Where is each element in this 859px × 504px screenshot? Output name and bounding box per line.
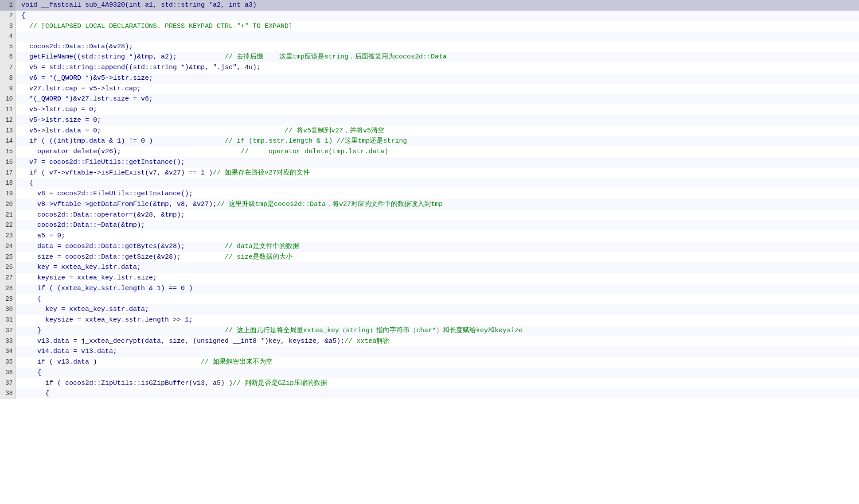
code-token: cocos2d::Data::~Data(&tmp); xyxy=(21,221,145,229)
code-line-29: 29 { xyxy=(0,294,859,305)
line-number: 16 xyxy=(0,157,16,168)
line-number: 3 xyxy=(0,21,16,32)
code-token: v5->lstr.size = 0; xyxy=(21,116,101,124)
line-number: 33 xyxy=(0,336,16,347)
code-token: size = cocos2d::Data::getSize(&v28); xyxy=(21,253,181,261)
code-token: a5 = 0; xyxy=(21,232,65,240)
line-content: v5->lstr.size = 0; xyxy=(16,115,859,126)
code-token: // 将v5复制到v27，并将v5清空 xyxy=(101,127,384,135)
line-number: 36 xyxy=(0,368,16,378)
code-token: v6 = *(_QWORD *)&v5->lstr.size; xyxy=(21,74,153,82)
code-line-9: 9 v27.lstr.cap = v5->lstr.cap; xyxy=(0,84,859,94)
code-token: if ( cocos2d::ZipUtils::isGZipBuffer(v13… xyxy=(21,380,233,387)
line-content: { xyxy=(16,178,859,189)
line-number: 14 xyxy=(0,136,16,147)
line-content: v14.data = v13.data; xyxy=(16,346,859,357)
line-content: v13.data = j_xxtea_decrypt(data, size, (… xyxy=(16,336,859,347)
code-line-11: 11 v5->lstr.cap = 0; xyxy=(0,105,859,115)
line-number: 38 xyxy=(0,388,16,399)
code-line-30: 30 key = xxtea_key.sstr.data; xyxy=(0,304,859,315)
line-number: 22 xyxy=(0,220,16,231)
code-line-10: 10 *(_QWORD *)&v27.lstr.size = v6; xyxy=(0,94,859,105)
line-number: 37 xyxy=(0,378,16,389)
line-content: if ( (xxtea_key.sstr.length & 1) == 0 ) xyxy=(16,283,859,294)
line-content: v5->lstr.data = 0; // 将v5复制到v27，并将v5清空 xyxy=(16,126,859,136)
line-number: 13 xyxy=(0,126,16,136)
line-number: 17 xyxy=(0,168,16,178)
line-content: key = xxtea_key.sstr.data; xyxy=(16,304,859,315)
line-number: 31 xyxy=(0,315,16,326)
line-content: { xyxy=(16,388,859,399)
code-token: v14.data = v13.data; xyxy=(21,348,117,355)
line-content: if ( v13.data ) // 如果解密出来不为空 xyxy=(16,357,859,368)
code-token: { xyxy=(21,369,41,376)
code-line-7: 7 v5 = std::string::append((std::string … xyxy=(0,62,859,73)
code-token: v5 = std::string::append((std::string *)… xyxy=(21,64,261,71)
line-content: a5 = 0; xyxy=(16,231,859,241)
code-line-13: 13 v5->lstr.data = 0; // 将v5复制到v27，并将v5清… xyxy=(0,126,859,136)
code-line-16: 16 v7 = cocos2d::FileUtils::getInstance(… xyxy=(0,157,859,168)
line-number: 21 xyxy=(0,210,16,221)
code-token: // 这里升级tmp是cocos2d::Data，将v27对应的文件中的数据读入… xyxy=(217,201,443,208)
line-number: 7 xyxy=(0,62,16,73)
code-token: cocos2d::Data::Data(&v28); xyxy=(21,43,133,50)
line-number: 10 xyxy=(0,94,16,105)
code-token: // data是文件中的数据 xyxy=(185,243,299,250)
code-token: // 去掉后缀 这里tmp应该是string，后面被复用为cocos2d::Da… xyxy=(177,53,447,61)
code-token: // size是数据的大小 xyxy=(181,253,293,261)
line-number: 23 xyxy=(0,231,16,241)
code-line-15: 15 operator delete(v26); // operator del… xyxy=(0,147,859,157)
code-token: *(_QWORD *)&v27.lstr.size = v6; xyxy=(21,95,153,103)
code-line-27: 27 keysize = xxtea_key.lstr.size; xyxy=(0,273,859,283)
code-line-33: 33 v13.data = j_xxtea_decrypt(data, size… xyxy=(0,336,859,347)
code-line-36: 36 { xyxy=(0,368,859,378)
line-content: v6 = *(_QWORD *)&v5->lstr.size; xyxy=(16,73,859,84)
line-content: // [COLLAPSED LOCAL DECLARATIONS. PRESS … xyxy=(16,21,859,32)
code-token: if ( v13.data ) xyxy=(21,358,97,366)
code-token: void __fastcall sub_4A9320(int a1, std::… xyxy=(21,1,257,9)
code-token: // xxtea解密 xyxy=(344,337,390,345)
code-token: cocos2d::Data::operator=(&v28, &tmp); xyxy=(21,211,185,219)
code-view: 1void __fastcall sub_4A9320(int a1, std:… xyxy=(0,0,859,504)
line-content: v8->vftable->getDataFromFile(&tmp, v8, &… xyxy=(16,199,859,210)
line-number: 29 xyxy=(0,294,16,305)
line-number: 8 xyxy=(0,73,16,84)
code-token: { xyxy=(21,12,25,19)
line-number: 6 xyxy=(0,52,16,62)
code-token: key = xxtea_key.sstr.data; xyxy=(21,306,149,313)
code-token: v7 = cocos2d::FileUtils::getInstance(); xyxy=(21,159,185,166)
code-line-3: 3 // [COLLAPSED LOCAL DECLARATIONS. PRES… xyxy=(0,21,859,32)
line-content: v27.lstr.cap = v5->lstr.cap; xyxy=(16,84,859,94)
line-content: getFileName((std::string *)&tmp, a2); //… xyxy=(16,52,859,62)
line-number: 15 xyxy=(0,147,16,157)
code-token: { xyxy=(21,390,49,397)
code-token: v13.data = j_xxtea_decrypt(data, size, (… xyxy=(21,337,269,345)
code-token: getFileName((std::string *)&tmp, a2); xyxy=(21,53,177,61)
code-token: // operator delete(tmp.lstr.data) xyxy=(121,148,388,155)
line-content: { xyxy=(16,368,859,378)
line-content: v5->lstr.cap = 0; xyxy=(16,105,859,115)
code-line-37: 37 if ( cocos2d::ZipUtils::isGZipBuffer(… xyxy=(0,378,859,389)
code-line-25: 25 size = cocos2d::Data::getSize(&v28); … xyxy=(0,252,859,263)
line-content: v7 = cocos2d::FileUtils::getInstance(); xyxy=(16,157,859,168)
code-token: // 判断是否是GZip压缩的数据 xyxy=(233,380,327,387)
code-token: v5->lstr.data = 0; xyxy=(21,127,101,135)
line-number: 27 xyxy=(0,273,16,283)
line-content: keysize = xxtea_key.lstr.size; xyxy=(16,273,859,283)
code-line-31: 31 keysize = xxtea_key.sstr.length >> 1; xyxy=(0,315,859,326)
code-token: key = xxtea_key.lstr.data; xyxy=(21,264,141,271)
code-token: // 如果解密出来不为空 xyxy=(97,358,273,366)
code-token: // if (tmp.sstr.length & 1) //这里tmp还是str… xyxy=(153,137,407,145)
code-token: , &a5); xyxy=(316,337,344,345)
line-content: cocos2d::Data::~Data(&tmp); xyxy=(16,220,859,231)
line-number: 26 xyxy=(0,262,16,273)
code-token: if ( v7->vftable->isFileExist(v7, &v27) … xyxy=(21,169,213,177)
line-content: { xyxy=(16,11,859,21)
code-token: keysize = xxtea_key.sstr.length >> 1; xyxy=(21,316,193,324)
code-token: { xyxy=(21,295,41,303)
line-content: key = xxtea_key.lstr.data; xyxy=(16,262,859,273)
code-line-8: 8 v6 = *(_QWORD *)&v5->lstr.size; xyxy=(0,73,859,84)
code-line-19: 19 v8 = cocos2d::FileUtils::getInstance(… xyxy=(0,189,859,199)
code-line-22: 22 cocos2d::Data::~Data(&tmp); xyxy=(0,220,859,231)
line-content: keysize = xxtea_key.sstr.length >> 1; xyxy=(16,315,859,326)
